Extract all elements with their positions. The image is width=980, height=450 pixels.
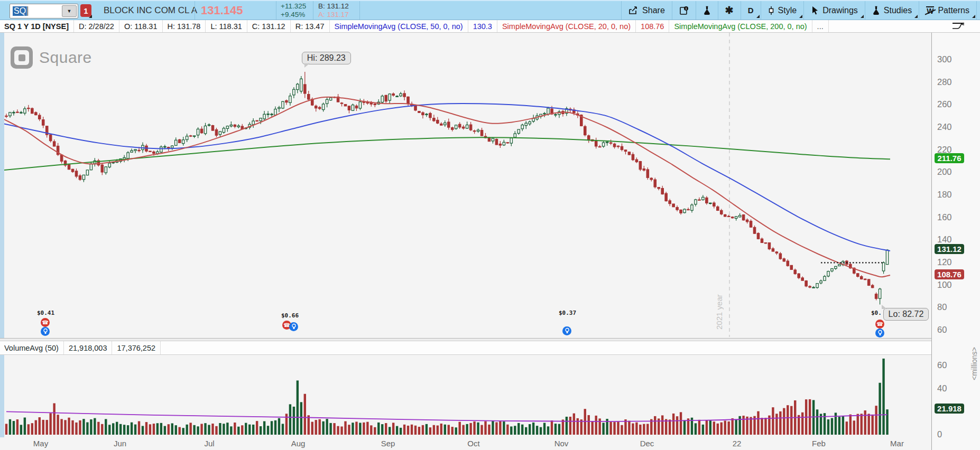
flask-icon: [703, 6, 711, 15]
share-button[interactable]: Share: [621, 1, 672, 20]
month-label: May: [33, 439, 48, 448]
axis-tick-label: 300: [937, 54, 952, 64]
axis-tick-label: 60: [937, 325, 947, 335]
bid-value: B: 131.12: [318, 2, 349, 11]
style-button[interactable]: Style: [761, 1, 804, 20]
volume-study-label[interactable]: VolumeAvg (50): [0, 341, 64, 354]
ohlc-open: O: 118.31: [119, 20, 163, 32]
lightbulb-icon[interactable]: [562, 326, 571, 335]
lightbulb-icon[interactable]: [875, 329, 884, 338]
month-label: Mar: [890, 439, 904, 448]
candlestick-plot[interactable]: [4, 33, 931, 338]
symbol-text: SQ: [13, 6, 27, 16]
notes-button[interactable]: [672, 1, 696, 20]
timeframe-button[interactable]: D: [741, 1, 761, 20]
price-badge: 108.76: [935, 269, 964, 279]
axis-tick-label: 80: [937, 302, 947, 312]
month-label: Nov: [554, 439, 569, 448]
settings-button[interactable]: ✱: [718, 1, 741, 20]
high-tooltip: Hi: 289.23: [302, 52, 351, 64]
ohlc-range: R: 13.47: [291, 20, 330, 32]
study-sma20-label[interactable]: SimpleMovingAvg (CLOSE, 20, 0, no): [497, 20, 636, 32]
axis-tick-label: 260: [937, 99, 952, 109]
year-separator-label: 2021 year: [715, 281, 724, 330]
lightbulb-icon[interactable]: [289, 322, 298, 331]
ask-value: A: 131.17: [318, 11, 349, 19]
symbol-input[interactable]: SQ ▼: [10, 4, 78, 18]
text-caret: [27, 6, 28, 16]
last-price: 131.145: [201, 1, 243, 20]
axis-tick-label: 60: [937, 360, 947, 370]
price-axis[interactable]: <millions> 30028026024022020018016014012…: [931, 33, 980, 450]
price-change: +11.325+9.45%: [281, 2, 306, 19]
chart-title: SQ 1 Y 1D [NYSE]: [0, 20, 74, 32]
ohlc-low: L: 118.31: [206, 20, 247, 32]
flask-icon: [872, 6, 880, 15]
symbol-dropdown-button[interactable]: ▼: [62, 5, 77, 17]
price-badge: 211.76: [935, 153, 964, 163]
dividend-marker[interactable]: $0. ☎: [871, 310, 882, 316]
axis-tick-label: 40: [937, 383, 947, 393]
dropdown-corner: [799, 15, 802, 18]
study-sma50-label[interactable]: SimpleMovingAvg (CLOSE, 50, 0, no): [330, 20, 468, 32]
square-logo-icon: [11, 46, 33, 69]
ohlc-close: C: 131.12: [247, 20, 291, 32]
patterns-icon: W: [926, 6, 934, 15]
volume-current-value: 21,918,003: [64, 341, 113, 354]
study-sma20-value: 108.76: [636, 20, 669, 32]
volume-axis-unit: <millions>: [970, 347, 978, 380]
time-axis: MayJunJulAugSepOctNovDec22FebMar: [0, 437, 980, 450]
month-label: Feb: [812, 439, 826, 448]
dropdown-corner: [972, 15, 975, 18]
volume-avg-value: 17,376,252: [112, 341, 161, 354]
month-label: Sep: [381, 439, 395, 448]
watermark-text: Square: [39, 49, 92, 67]
bid-ask: B: 131.12 A: 131.17: [318, 2, 349, 19]
month-label: 22: [733, 439, 742, 448]
main-price-chart[interactable]: Square Hi: 289.23 Lo: 82.72 2021 year $0…: [4, 33, 931, 338]
company-name: BLOCK INC COM CL A: [104, 1, 197, 20]
price-badge: 131.12: [935, 244, 964, 254]
axis-tick-label: 240: [937, 122, 952, 132]
dividend-marker[interactable]: $0.66 ☎: [281, 312, 299, 319]
axis-tick-label: 280: [937, 77, 952, 87]
gear-icon: ✱: [725, 4, 734, 16]
top-toolbar: SQ ▼ 1 BLOCK INC COM CL A 131.145 +11.32…: [0, 0, 980, 20]
expand-chart-icon[interactable]: [951, 22, 965, 31]
study-sma50-value: 130.3: [468, 20, 497, 32]
dividend-marker[interactable]: $0.37: [559, 310, 576, 316]
month-label: Jul: [204, 439, 214, 448]
candlestick-icon: [768, 6, 774, 15]
analysis-button[interactable]: [696, 1, 718, 20]
patterns-button[interactable]: W Patterns: [919, 1, 977, 20]
dropdown-corner: [861, 15, 864, 18]
month-label: Jun: [114, 439, 126, 448]
dropdown-corner: [756, 15, 760, 18]
axis-tick-label: 200: [937, 167, 952, 177]
note-icon: [679, 6, 689, 15]
chart-header-row: SQ 1 Y 1D [NYSE] D: 2/28/22 O: 118.31 H:…: [0, 20, 980, 33]
axis-tick-label: 120: [937, 257, 952, 267]
axis-tick-label: 0: [937, 429, 942, 439]
axis-tick-label: 180: [937, 190, 952, 200]
ohlc-date: D: 2/28/22: [74, 20, 119, 32]
study-sma200-label[interactable]: SimpleMovingAvg (CLOSE, 200, 0, no): [669, 20, 812, 32]
share-icon: [628, 6, 639, 15]
month-label: Dec: [640, 439, 654, 448]
lightbulb-icon[interactable]: [41, 327, 50, 336]
volume-chart[interactable]: [4, 355, 931, 438]
studies-more[interactable]: ...: [812, 20, 829, 32]
month-label: Oct: [467, 439, 479, 448]
month-label: Aug: [291, 439, 306, 448]
badge-dropdown-corner: [89, 15, 92, 18]
dropdown-corner: [914, 15, 918, 18]
axis-tick-label: 140: [937, 235, 952, 245]
volume-plot[interactable]: [4, 355, 931, 437]
ohlc-high: H: 131.78: [163, 20, 206, 32]
phone-icon[interactable]: ☎: [41, 318, 50, 327]
studies-button[interactable]: Studies: [865, 1, 919, 20]
phone-icon[interactable]: ☎: [875, 320, 884, 329]
square-watermark: Square: [11, 46, 92, 69]
dividend-marker[interactable]: $0.41 ☎: [37, 310, 54, 316]
drawings-button[interactable]: Drawings: [803, 1, 865, 20]
